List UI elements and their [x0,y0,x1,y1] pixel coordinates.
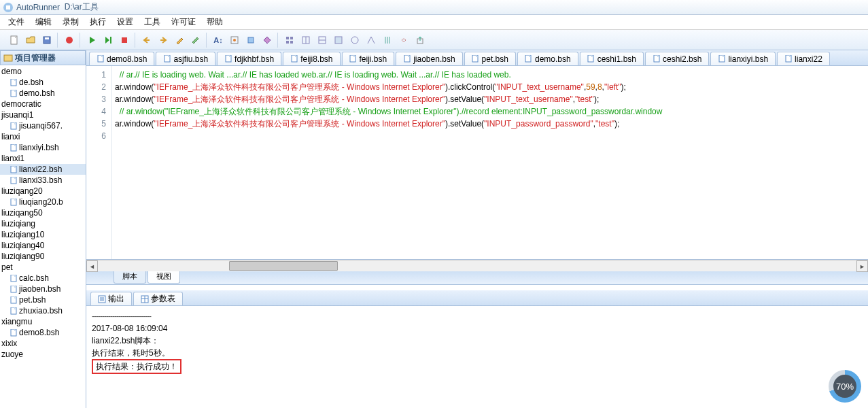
scrollbar-thumb[interactable] [229,261,338,271]
save-icon[interactable] [39,33,54,48]
menu-license[interactable]: 许可证 [166,16,201,28]
tree-folder[interactable]: liuziqiang90 [0,251,86,262]
menu-edit[interactable]: 编辑 [30,16,57,28]
scroll-right-icon[interactable]: ► [856,260,868,272]
menu-help[interactable]: 帮助 [201,16,228,28]
editor-tab[interactable]: ceshi2.bsh [645,52,709,65]
edit2-icon[interactable] [188,33,203,48]
tree-folder[interactable]: liuziqiang10 [0,229,86,240]
editor-tab[interactable]: feiji.bsh [342,52,395,65]
tree-folder[interactable]: liuziqiang40 [0,240,86,251]
editor-tab[interactable]: ceshi1.bsh [580,52,644,65]
play-step-icon[interactable] [101,33,116,48]
tree-folder[interactable]: xiangmu [0,316,86,327]
editor-tab[interactable]: lianxiyi.bsh [710,52,776,65]
tree-file[interactable]: pet.bsh [0,294,86,305]
tree-item-label: liuziqiang [1,219,35,228]
tree-file[interactable]: demo8.bsh [0,327,86,338]
tree-file[interactable]: lianxiyi.bsh [0,142,86,153]
tree-file[interactable]: lianxi22.bsh [0,164,86,175]
editor-tab[interactable]: fdjkhbf.bsh [217,52,281,65]
tree-folder[interactable]: liuziqiang [0,218,86,229]
app-title: AutoRunner [16,3,60,12]
grid5-icon[interactable] [347,33,362,48]
svg-point-9 [233,39,236,41]
tree-folder[interactable]: xixix [0,338,86,349]
new-file-icon[interactable] [7,33,22,48]
grid1-icon[interactable] [282,33,297,48]
tree-file[interactable]: jisuanqi567. [0,120,86,131]
tree-file[interactable]: de.bsh [0,77,86,88]
editor-tab[interactable]: lianxi22 [777,52,830,65]
tab-label: lianxi22 [795,54,822,64]
font-icon[interactable]: A↕ [211,33,226,48]
link-icon[interactable] [396,33,411,48]
file-icon [472,55,480,63]
grid6-icon[interactable] [364,33,379,48]
svg-rect-34 [11,286,16,292]
tree-folder[interactable]: lianxi1 [0,153,86,164]
tree-folder[interactable]: pet [0,262,86,273]
tree-file[interactable]: liuqiang20.b [0,197,86,207]
slider-icon[interactable] [380,33,395,48]
menu-file[interactable]: 文件 [3,16,30,28]
tab-params[interactable]: 参数表 [133,292,183,305]
code-editor[interactable]: // ar.// IE is loading web. Wait ...ar./… [112,66,868,259]
tree-file[interactable]: zhuxiao.bsh [0,305,86,316]
menu-record[interactable]: 录制 [57,16,84,28]
tree-folder[interactable]: liuziqang20 [0,186,86,197]
editor-tab[interactable]: pet.bsh [464,52,516,65]
tree-folder[interactable]: zuoye [0,349,86,360]
menu-tools[interactable]: 工具 [139,16,166,28]
editor-tab[interactable]: feiji8.bsh [283,52,340,65]
stop-icon[interactable] [117,33,132,48]
file-icon [718,55,726,63]
line-number: 2 [86,81,106,93]
horizontal-scrollbar[interactable]: ◄ ► [86,260,868,271]
tree-file[interactable]: demo.bsh [0,88,86,99]
tab-label: asjfiu.bsh [173,54,208,64]
record-icon[interactable] [62,33,77,48]
tree-folder[interactable]: jisuanqi1 [0,109,86,120]
tool-d-icon[interactable] [260,33,275,48]
grid4-icon[interactable] [331,33,346,48]
tree-item-label: liuziqang50 [1,208,43,218]
grid2-icon[interactable] [298,33,313,48]
export-icon[interactable] [413,33,428,48]
progress-indicator: 70% [829,370,861,403]
tree-folder[interactable]: demo [0,66,86,77]
undo-icon[interactable] [139,33,154,48]
tab-output[interactable]: 输出 [90,292,132,305]
console-output[interactable]: ----------------------------- 2017-08-08… [86,306,868,408]
tree-folder[interactable]: democratic [0,99,86,109]
svg-rect-1 [6,5,10,10]
project-tree[interactable]: demode.bshdemo.bshdemocraticjisuanqi1jis… [0,65,86,408]
svg-rect-27 [11,90,16,97]
view-tab-script[interactable]: 脚本 [114,271,146,284]
tree-file[interactable]: lianxi33.bsh [0,175,86,186]
svg-rect-38 [98,55,103,62]
file-icon [525,55,533,63]
editor-tab[interactable]: demo8.bsh [89,52,154,65]
editor-tab[interactable]: demo.bsh [517,52,578,65]
tree-file[interactable]: jiaoben.bsh [0,284,86,294]
redo-icon[interactable] [156,33,171,48]
editor-tab[interactable]: asjfiu.bsh [156,52,215,65]
grid3-icon[interactable] [315,33,330,48]
svg-rect-29 [11,144,16,151]
svg-rect-40 [226,55,231,62]
menu-settings[interactable]: 设置 [111,16,139,28]
tree-folder[interactable]: liuziqang50 [0,207,86,218]
open-icon[interactable] [23,33,38,48]
edit-icon[interactable] [172,33,187,48]
tool-c-icon[interactable] [243,33,258,48]
menu-run[interactable]: 执行 [84,16,111,28]
svg-rect-42 [350,55,355,62]
play-icon[interactable] [84,33,99,48]
tree-file[interactable]: calc.bsh [0,273,86,284]
tool-b-icon[interactable] [227,33,242,48]
view-tab-view[interactable]: 视图 [147,271,180,284]
editor-tab[interactable]: jiaoben.bsh [396,52,462,65]
tree-folder[interactable]: lianxi [0,131,86,142]
scroll-left-icon[interactable]: ◄ [86,260,98,272]
